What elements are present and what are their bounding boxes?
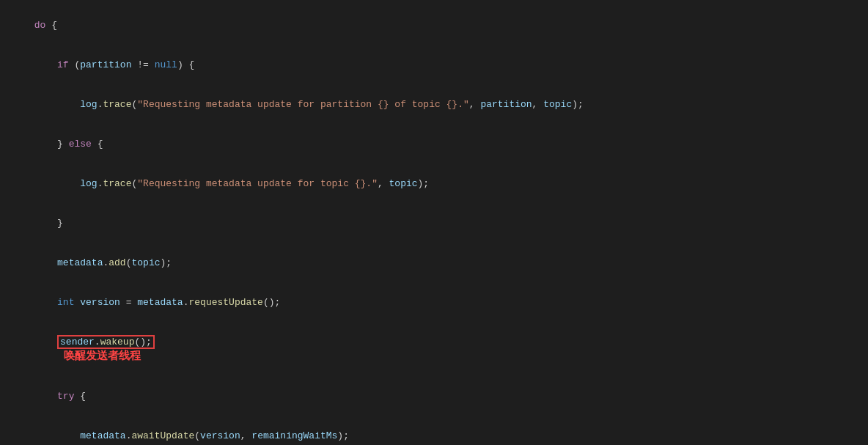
code-line: } else { — [0, 125, 868, 164]
code-line: log.trace("Requesting metadata update fo… — [0, 164, 868, 204]
code-line: metadata.awaitUpdate(version, remainingW… — [0, 416, 868, 445]
code-line: log.trace("Requesting metadata update fo… — [0, 85, 868, 125]
highlight-sender-wakeup: sender.wakeup(); — [57, 335, 155, 349]
annotation-wakeup: 唤醒发送者线程 — [64, 349, 141, 361]
code-line: int version = metadata.requestUpdate(); — [0, 283, 868, 323]
highlighted-line: sender.wakeup(); 唤醒发送者线程 — [0, 323, 868, 377]
code-line: try { — [0, 377, 868, 416]
code-line: metadata.add(topic); — [0, 243, 868, 283]
code-line: if (partition != null) { — [0, 45, 868, 85]
code-line: do { — [0, 6, 868, 45]
code-line: } — [0, 204, 868, 243]
code-container: do { if (partition != null) { log.trace(… — [0, 0, 868, 445]
keyword-do: do — [34, 20, 46, 31]
